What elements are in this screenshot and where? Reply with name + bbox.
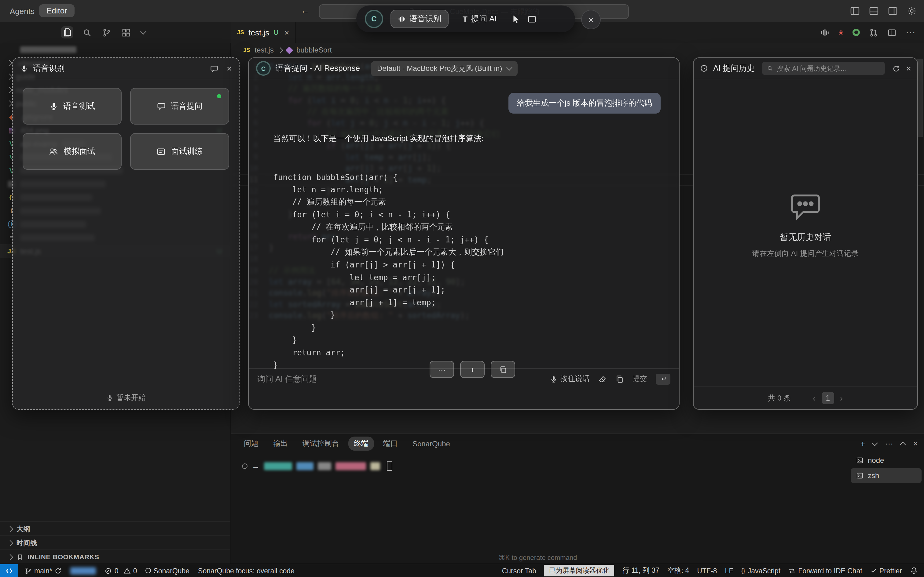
redacted-command	[264, 462, 292, 470]
search-icon	[767, 65, 773, 71]
history-clock-icon	[700, 64, 708, 73]
section-outline[interactable]: 大纲	[0, 521, 230, 535]
terminal-item-zsh[interactable]: zsh	[851, 468, 922, 483]
close-history-panel-icon[interactable]: ×	[906, 63, 911, 73]
voice-status-label: 暂未开始	[116, 393, 146, 403]
panel-more-icon[interactable]: ···	[885, 439, 893, 448]
tab-debug-console[interactable]: 调试控制台	[297, 437, 345, 451]
git-branch-status[interactable]: main*	[24, 567, 62, 574]
voice-ask-button[interactable]: 语音提问	[130, 88, 229, 124]
voice-recognition-label: 语音识别	[409, 13, 441, 24]
enter-key-icon[interactable]	[656, 373, 670, 384]
split-editor-icon[interactable]	[887, 28, 897, 37]
breadcrumb-symbol[interactable]: bubbleSort	[296, 46, 332, 54]
source-control-icon[interactable]	[102, 28, 111, 37]
problems-status[interactable]: 0 0	[105, 567, 137, 574]
section-inline-bookmarks[interactable]: INLINE BOOKMARKS	[0, 550, 230, 564]
maximize-panel-icon[interactable]	[900, 442, 906, 448]
voice-recognition-button[interactable]: 语音识别	[391, 10, 449, 28]
voice-test-button[interactable]: 语音测试	[23, 88, 122, 124]
tab-ports[interactable]: 端口	[378, 437, 403, 451]
sonarqube-status[interactable]: SonarQube	[145, 567, 189, 574]
prompt-arrow-icon: →	[252, 461, 260, 471]
titlebar-actions	[850, 6, 917, 16]
current-page[interactable]: 1	[822, 392, 834, 404]
next-page-icon[interactable]: ›	[840, 393, 843, 403]
eol-status[interactable]: LF	[725, 567, 733, 574]
history-panel-title: AI 提问历史	[713, 63, 755, 74]
status-right: Cursor Tab 已为屏幕阅读器优化 行 11, 列 37 空格: 4 UT…	[502, 565, 918, 576]
hold-to-talk-button[interactable]: 按住说话	[550, 374, 590, 384]
breadcrumb: JS test.js bubbleSort	[231, 43, 924, 57]
search-icon[interactable]	[82, 28, 92, 37]
ask-ai-button[interactable]: T 提问 AI	[456, 10, 504, 27]
layout-sidebar-right-icon[interactable]	[888, 6, 898, 16]
refresh-icon[interactable]	[892, 64, 900, 73]
forward-to-chat-status[interactable]: Forward to IDE Chat	[788, 567, 862, 574]
settings-gear-icon[interactable]	[907, 6, 917, 16]
mock-interview-button[interactable]: 模拟面试	[23, 133, 122, 170]
editor-tab-testjs[interactable]: JS test.js U ×	[231, 22, 296, 43]
eraser-icon[interactable]	[598, 375, 607, 383]
extension-star-icon[interactable]: *	[838, 31, 843, 37]
remote-indicator[interactable]	[0, 564, 18, 577]
chat-icon	[157, 102, 165, 111]
back-button[interactable]: ←	[300, 5, 309, 15]
language-status[interactable]: {} JavaScript	[741, 567, 780, 574]
submit-button[interactable]: 提交	[633, 374, 647, 384]
close-overlay-button[interactable]: ×	[581, 10, 601, 29]
microphone-device-select[interactable]: Default - MacBook Pro麦克风 (Built-in)	[371, 61, 517, 76]
prev-page-icon[interactable]: ‹	[813, 393, 816, 403]
breadcrumb-file[interactable]: test.js	[255, 46, 274, 54]
tab-output[interactable]: 输出	[268, 437, 293, 451]
screen-frame-icon[interactable]	[527, 15, 536, 24]
more-actions-icon[interactable]: ···	[906, 27, 916, 38]
prettier-status[interactable]: Prettier	[870, 567, 902, 574]
copy-icon[interactable]	[615, 375, 624, 383]
screen-reader-status[interactable]: 已为屏幕阅读器优化	[544, 565, 614, 576]
tree-item-blurred[interactable]	[0, 43, 230, 56]
assistant-logo-icon[interactable]	[853, 29, 860, 36]
menu-editor-active[interactable]: Editor	[39, 4, 74, 17]
layout-sidebar-left-icon[interactable]	[850, 6, 860, 16]
check-icon	[870, 567, 877, 574]
code-line: // 如果前一个元素比后一个元素大，则交换它们	[273, 246, 504, 259]
notifications-bell-icon[interactable]	[910, 567, 918, 575]
interview-training-button[interactable]: 面试训练	[130, 133, 229, 170]
indentation-status[interactable]: 空格: 4	[667, 566, 689, 575]
user-message-bubble: 给我生成一个js 版本的冒泡排序的代码	[509, 93, 661, 114]
terminal-prompt[interactable]: →	[242, 461, 393, 471]
explorer-icon[interactable]	[61, 26, 73, 39]
new-terminal-icon[interactable]: +	[861, 439, 865, 448]
empty-title: 暂无历史对话	[780, 232, 831, 243]
close-voice-panel-icon[interactable]: ×	[227, 63, 232, 73]
voice-panel-title: 语音识别	[33, 63, 65, 74]
tab-problems[interactable]: 问题	[238, 437, 264, 451]
cuemate-floating-toolbar[interactable]: C 语音识别 T 提问 AI	[356, 5, 575, 32]
chevron-down-icon[interactable]	[140, 28, 146, 34]
menu-agents[interactable]: Agents	[10, 7, 34, 16]
forward-icon	[788, 567, 796, 574]
terminal-item-node[interactable]: node	[851, 453, 922, 468]
cursor-tab-status[interactable]: Cursor Tab	[502, 567, 536, 574]
tab-terminal[interactable]: 终端	[348, 437, 374, 451]
extensions-icon[interactable]	[122, 28, 131, 37]
chat-icon[interactable]	[210, 64, 218, 73]
git-untracked-badge: U	[273, 29, 278, 36]
terminal-dropdown-icon[interactable]	[872, 440, 878, 446]
editor-scrollbar[interactable]	[917, 59, 923, 137]
pull-request-icon[interactable]	[869, 28, 878, 37]
search-placeholder: 搜索 AI 问题历史记录...	[777, 64, 846, 73]
cursor-position-status[interactable]: 行 11, 列 37	[622, 566, 659, 575]
encoding-status[interactable]: UTF-8	[697, 567, 717, 574]
history-search-input[interactable]: 搜索 AI 问题历史记录...	[762, 62, 885, 75]
waveform-icon[interactable]	[820, 28, 829, 37]
tab-sonarqube[interactable]: SonarQube	[407, 437, 456, 450]
close-tab-icon[interactable]: ×	[284, 28, 289, 37]
pointer-cursor-icon[interactable]	[511, 15, 520, 24]
section-timeline[interactable]: 时间线	[0, 535, 230, 550]
layout-panel-icon[interactable]	[869, 6, 879, 16]
ai-question-input[interactable]: 询问 AI 任意问题	[257, 373, 541, 384]
sonarqube-focus-status[interactable]: SonarQube focus: overall code	[198, 567, 294, 574]
close-panel-icon[interactable]: ×	[913, 439, 918, 448]
